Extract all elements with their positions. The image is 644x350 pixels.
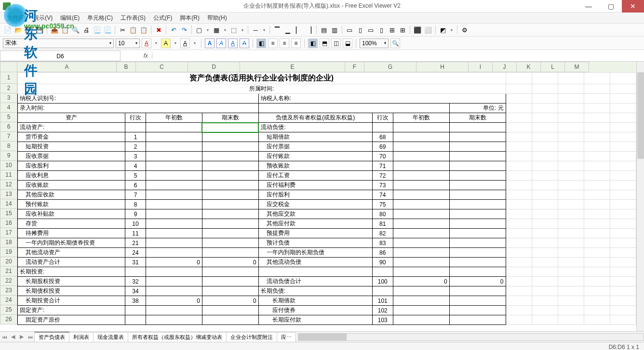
bold-icon[interactable]: A [205,39,215,48]
cell-h-begin2[interactable]: 年初数 [393,113,449,123]
cell-c13[interactable] [146,190,202,200]
row-header-17[interactable]: 17 [0,228,17,238]
cell-d10[interactable] [202,161,258,171]
cell-a16[interactable]: 存货 [18,219,125,229]
cell-g10[interactable] [393,161,449,171]
row-header-14[interactable]: 14 [0,199,17,209]
cell-h-begin[interactable]: 年初数 [146,113,202,123]
export-icon[interactable]: 📤 [50,25,59,35]
unmerge-icon[interactable]: ⬜ [423,25,433,35]
row-header-26[interactable]: 26 [0,315,17,324]
menu-cell[interactable]: 单元格(C) [84,13,116,23]
cell-e15[interactable]: 其他应交款 [258,209,372,219]
cell-c16[interactable] [146,219,202,229]
row-header-15[interactable]: 15 [0,209,17,219]
font-color-drop[interactable]: ▾ [153,41,159,45]
font-color-icon[interactable]: A [142,39,151,48]
cell-g14[interactable] [393,200,449,209]
cell-e10[interactable]: 预收账款 [258,161,372,171]
cell-a11[interactable]: 应收利息 [18,171,125,181]
cell-a13[interactable]: 其他应收款 [18,190,125,200]
cell-d13[interactable] [202,190,258,200]
cell-subtitle[interactable]: 所属时间: [18,84,506,94]
cell-h14[interactable] [449,200,506,209]
cell-g20[interactable] [393,258,449,267]
cell-b9[interactable]: 3 [125,152,146,161]
cell-h-liab[interactable]: 负债及所有者权益(或股东权益) [258,113,372,123]
cell-c17[interactable] [146,229,202,238]
cell-grid[interactable]: 资产负债表(适用执行企业会计制度的企业)所属时间:纳税人识别号:纳税人名称:录入… [17,72,636,331]
cell-g9[interactable] [393,152,449,161]
cut-icon[interactable]: ✂ [118,25,127,35]
cell-h-line[interactable]: 行次 [125,113,146,123]
cell-reference[interactable]: D6 [0,51,121,61]
cell-b21[interactable] [125,267,146,277]
col-header-b[interactable]: B [117,62,136,72]
cell-h18[interactable] [449,238,506,248]
cell-d20[interactable]: 0 [202,258,258,267]
cell-g8[interactable] [393,142,449,152]
menu-script[interactable]: 脚本(R) [177,13,202,23]
border-none-drop[interactable]: ▾ [240,28,245,32]
cell-d14[interactable] [202,200,258,209]
cell-h22[interactable]: 0 [449,277,506,286]
cell-h11[interactable] [449,171,506,181]
cell-d25[interactable] [202,306,258,315]
col-header-m[interactable]: M [565,62,589,72]
cell-g13[interactable] [393,190,449,200]
cell-a26[interactable]: 固定资产原价 [18,315,125,325]
row-header-6[interactable]: 6 [0,122,17,132]
cell-d17[interactable] [202,229,258,238]
cell-f17[interactable]: 82 [372,229,393,238]
cell-a22[interactable]: 长期股权投资 [18,277,125,286]
row-header-7[interactable]: 7 [0,132,17,142]
cell-b25[interactable] [125,306,146,315]
horizontal-scroll-thumb[interactable] [298,334,347,340]
menu-view[interactable]: 表示(V) [30,13,55,23]
cell-c7[interactable] [146,132,202,142]
cell-a6[interactable]: 流动资产: [18,123,125,132]
menu-file[interactable]: 文件(F) [4,13,28,23]
cell-f14[interactable]: 75 [372,200,393,209]
cell-h15[interactable] [449,209,506,219]
close-button[interactable]: ✕ [622,0,644,13]
cell-b12[interactable]: 6 [125,181,146,190]
valign-bot-icon[interactable]: ⬓ [343,39,352,48]
cell-e9[interactable]: 应付账款 [258,152,372,161]
cell-f6[interactable] [372,123,393,132]
line-style-drop[interactable]: ▾ [261,28,267,32]
cell-c8[interactable] [146,142,202,152]
cell-e11[interactable]: 应付工资 [258,171,372,181]
menu-edit[interactable]: 编辑(E) [57,13,82,23]
cell-b22[interactable]: 32 [125,277,146,286]
cell-e14[interactable]: 应交税金 [258,200,372,209]
row-header-10[interactable]: 10 [0,161,17,170]
cell-d22[interactable] [202,277,258,286]
print-preview-icon[interactable]: 🔍 [71,25,80,35]
cell-f26[interactable]: 103 [372,315,393,325]
fill-color-drop[interactable]: ▾ [173,41,178,45]
align-default-icon[interactable]: ◧ [256,39,266,48]
cell-d8[interactable] [202,142,258,152]
cell-f7[interactable]: 68 [372,132,393,142]
cell-b8[interactable]: 2 [125,142,146,152]
col-header-c[interactable]: C [136,62,188,72]
insert-col-icon[interactable]: ▯ [355,25,365,35]
cell-d9[interactable] [202,152,258,161]
border-h-icon[interactable]: ▤ [319,25,329,35]
valign-default-icon[interactable]: ◧ [308,39,318,48]
cell-e13[interactable]: 应付股利 [258,190,372,200]
cell-h23[interactable] [449,286,506,296]
cell-c23[interactable] [146,286,202,296]
settings-icon[interactable]: ⚙ [460,25,470,35]
cell-d6[interactable] [202,123,258,132]
cell-h20[interactable] [449,258,506,267]
cell-title[interactable]: 资产负债表(适用执行企业会计制度的企业) [18,73,506,84]
col-header-l[interactable]: L [541,62,565,72]
font-select[interactable]: 宋体▾ [3,39,114,48]
cell-d11[interactable] [202,171,258,181]
size-select[interactable]: 10▾ [116,39,140,48]
menu-sheet[interactable]: 工作表(S) [118,13,148,23]
cell-c18[interactable] [146,238,202,248]
cell-g23[interactable] [393,286,449,296]
